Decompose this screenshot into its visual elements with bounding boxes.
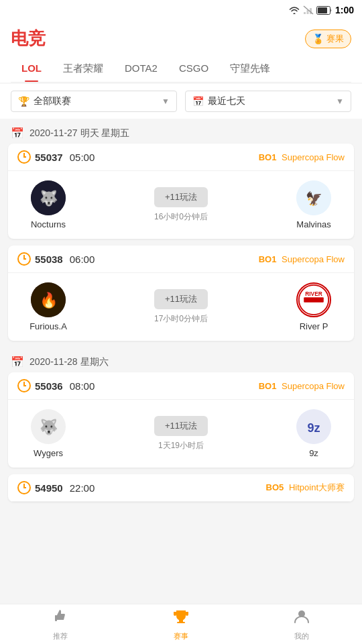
team1-55038: 🔥 Furious.A — [15, 282, 82, 331]
match-type-54950: BO5 Hitpoint大师赛 — [266, 482, 345, 494]
tab-lol[interactable]: LOL — [11, 57, 52, 82]
league-name-55036: Supercopa Flow — [282, 381, 345, 391]
nav-recommend[interactable]: 推荐 — [0, 608, 121, 641]
match-id-55036: 55036 — [35, 380, 63, 392]
match-id-55038: 55038 — [35, 254, 63, 265]
date-section-1: 📅 2020-11-27 明天 星期五 — [0, 119, 362, 144]
nav-recommend-label: 推荐 — [53, 631, 68, 641]
svg-text:🦅: 🦅 — [306, 191, 322, 207]
match-time-55038: 06:00 — [70, 254, 95, 265]
svg-rect-20 — [179, 620, 183, 622]
team2-55038: RIVER River P — [280, 282, 347, 331]
card-header-54950: 54950 22:00 BO5 Hitpoint大师赛 — [8, 474, 354, 502]
team2-name-55038: River P — [300, 321, 328, 331]
team1-logo-55037: 🐺 — [31, 180, 66, 215]
bo-badge-55036: BO1 — [259, 381, 277, 391]
result-button[interactable]: 🏅 赛果 — [305, 30, 351, 48]
countdown-55038: 17小时0分钟后 — [154, 313, 208, 325]
league-name-54950: Hitpoint大师赛 — [289, 482, 345, 492]
team1-logo-55036: 🐺 — [31, 409, 66, 444]
teams-row-55038: 🔥 Furious.A +11玩法 17小时0分钟后 RIVER — [8, 273, 354, 341]
bo-badge-55037: BO1 — [259, 152, 277, 162]
card-header-55036: 55036 08:00 BO1 Supercopa Flow — [8, 372, 354, 400]
date-filter-label: 最近七天 — [208, 95, 336, 107]
match-center-55037: +11玩法 16小时0分钟后 — [154, 187, 208, 223]
date-filter-icon: 📅 — [192, 96, 204, 107]
team1-name-55037: Nocturns — [31, 219, 66, 229]
tab-owt[interactable]: 守望先锋 — [219, 57, 281, 82]
svg-text:RIVER: RIVER — [305, 290, 322, 297]
nav-events[interactable]: 赛事 — [121, 608, 241, 641]
main-content: 📅 2020-11-27 明天 星期五 55037 05:00 BO1 Supe… — [0, 119, 362, 555]
date-filter[interactable]: 📅 最近七天 ▼ — [185, 91, 351, 112]
date-label-1: 2020-11-27 明天 星期五 — [29, 127, 129, 140]
svg-text:🐺: 🐺 — [40, 189, 58, 207]
league-chevron-icon: ▼ — [162, 97, 170, 106]
match-card-55038: 55038 06:00 BO1 Supercopa Flow 🔥 Furious… — [8, 246, 354, 341]
timer-icon-54950 — [17, 481, 31, 494]
tab-csgo[interactable]: CSGO — [168, 57, 219, 82]
countdown-55037: 16小时0分钟后 — [154, 211, 208, 223]
league-name-55038: Supercopa Flow — [282, 254, 345, 264]
team2-55036: 9z 9z — [280, 409, 347, 458]
bo-badge-55038: BO1 — [259, 254, 277, 264]
app-title: 电竞 — [11, 27, 46, 50]
signal-icon — [303, 5, 314, 15]
timer-icon-55038 — [17, 252, 31, 266]
battery-icon — [316, 6, 333, 15]
match-center-55038: +11玩法 17小时0分钟后 — [154, 289, 208, 325]
status-time: 1:00 — [335, 5, 354, 15]
nav-mine[interactable]: 我的 — [241, 608, 362, 641]
tab-dota2[interactable]: DOTA2 — [114, 57, 168, 82]
match-card-55037: 55037 05:00 BO1 Supercopa Flow 🐺 Nocturn… — [8, 144, 354, 239]
date-chevron-icon: ▼ — [336, 97, 344, 106]
match-time-54950: 22:00 — [70, 482, 95, 494]
play-btn-55037[interactable]: +11玩法 — [154, 187, 208, 207]
team2-55037: 🦅 Malvinas — [280, 180, 347, 229]
thumbs-up-icon — [52, 608, 69, 629]
bo-badge-54950: BO5 — [266, 482, 284, 492]
countdown-55036: 1天19小时后 — [158, 440, 204, 451]
match-time-55036: 08:00 — [70, 380, 95, 392]
tab-wzry[interactable]: 王者荣耀 — [52, 57, 114, 82]
svg-rect-19 — [55, 615, 57, 621]
trophy-icon: 🏅 — [312, 34, 324, 44]
match-type-55037: BO1 Supercopa Flow — [259, 152, 345, 162]
calendar-icon-2: 📅 — [11, 356, 24, 368]
svg-rect-5 — [318, 7, 327, 13]
match-id-55037: 55037 — [35, 152, 63, 163]
nav-mine-label: 我的 — [294, 631, 309, 641]
card-header-55037: 55037 05:00 BO1 Supercopa Flow — [8, 144, 354, 171]
timer-icon-55036 — [17, 379, 31, 392]
result-label: 赛果 — [326, 33, 344, 45]
teams-row-55037: 🐺 Nocturns +11玩法 16小时0分钟后 🦅 Malvinas — [8, 171, 354, 239]
team2-logo-55037: 🦅 — [296, 180, 331, 215]
date-label-2: 2020-11-28 星期六 — [29, 356, 109, 368]
league-filter-icon: 🏆 — [18, 96, 29, 107]
play-btn-55036[interactable]: +11玩法 — [154, 416, 208, 436]
team1-logo-55038: 🔥 — [31, 282, 66, 317]
team2-name-55036: 9z — [309, 448, 318, 458]
league-filter-label: 全部联赛 — [34, 95, 162, 107]
league-filter[interactable]: 🏆 全部联赛 ▼ — [11, 91, 177, 112]
nav-tabs: LOL 王者荣耀 DOTA2 CSGO 守望先锋 — [11, 57, 351, 83]
team2-logo-55036: 9z — [296, 409, 331, 444]
svg-text:🔥: 🔥 — [40, 291, 58, 309]
match-center-55036: +11玩法 1天19小时后 — [154, 416, 208, 451]
match-type-55038: BO1 Supercopa Flow — [259, 254, 345, 264]
match-id-54950: 54950 — [35, 482, 63, 494]
date-section-2: 📅 2020-11-28 星期六 — [0, 347, 362, 372]
nav-events-label: 赛事 — [174, 631, 188, 641]
team1-55036: 🐺 Wygers — [15, 409, 82, 458]
bottom-nav: 推荐 赛事 我的 — [0, 604, 362, 644]
match-card-54950: 54950 22:00 BO5 Hitpoint大师赛 — [8, 474, 354, 502]
team2-logo-55038: RIVER — [296, 282, 331, 317]
card-header-55038: 55038 06:00 BO1 Supercopa Flow — [8, 246, 354, 273]
play-btn-55038[interactable]: +11玩法 — [154, 289, 208, 309]
svg-rect-13 — [304, 297, 324, 302]
teams-row-55036: 🐺 Wygers +11玩法 1天19小时后 9z 9z — [8, 400, 354, 468]
calendar-icon-1: 📅 — [11, 127, 24, 140]
team2-name-55037: Malvinas — [296, 219, 330, 229]
match-type-55036: BO1 Supercopa Flow — [259, 381, 345, 391]
cup-icon — [172, 608, 190, 629]
